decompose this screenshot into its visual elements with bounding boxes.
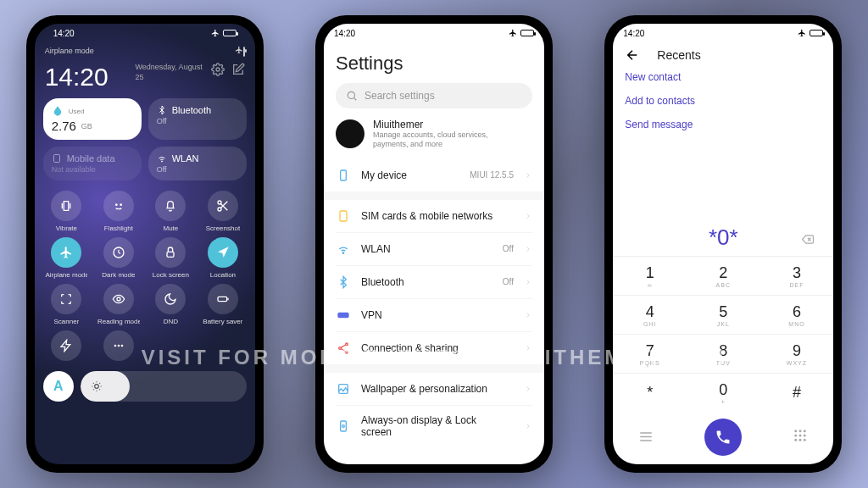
back-icon[interactable] <box>625 47 640 63</box>
mobile-data-tile[interactable]: Mobile data Not available <box>43 147 142 180</box>
bell-icon <box>155 191 186 221</box>
toggle-flash[interactable]: Flashlight <box>95 191 142 232</box>
bluetooth-tile[interactable]: Bluetooth Off <box>148 98 247 140</box>
edit-icon[interactable] <box>231 63 245 76</box>
toggle-batt[interactable]: Battery saver <box>199 284 247 325</box>
key-6[interactable]: 6MNO <box>760 295 834 334</box>
key-0[interactable]: 0+ <box>687 373 760 412</box>
key-4[interactable]: 4GHI <box>613 295 687 334</box>
toggle-nav[interactable]: Location <box>199 237 247 279</box>
key-#[interactable]: # <box>760 373 834 412</box>
key-2[interactable]: 2ABC <box>687 256 760 295</box>
divider <box>324 364 544 373</box>
account-desc: Manage accounts, cloud services, payment… <box>373 130 500 149</box>
settings-item-label: Connection & sharing <box>361 342 504 354</box>
search-input[interactable]: Search settings <box>336 83 532 108</box>
plane-icon <box>51 237 81 268</box>
toggle-label: Battery saver <box>203 318 242 325</box>
svg-point-14 <box>94 385 98 389</box>
account-row[interactable]: Miuithemer Manage accounts, cloud servic… <box>336 108 532 159</box>
moon-icon <box>155 284 186 314</box>
aod-icon <box>336 419 351 434</box>
chevron-right-icon <box>524 171 532 180</box>
settings-item-share[interactable]: Connection & sharing <box>336 331 532 364</box>
key-number: 2 <box>719 264 727 282</box>
toggle-bolt[interactable] <box>43 330 91 364</box>
vibrate-icon <box>51 191 81 221</box>
dialer-link[interactable]: Send message <box>625 119 821 130</box>
key-letters: GHI <box>643 321 656 327</box>
toggle-grid: VibrateFlashlightMuteScreenshotAirplane … <box>43 187 247 368</box>
bolt-icon <box>51 330 81 361</box>
settings-item-label: Always-on display & Lock screen <box>361 414 504 438</box>
svg-rect-8 <box>167 252 174 257</box>
toggle-clock[interactable]: Dark mode <box>95 237 142 279</box>
status-time: 14:20 <box>623 29 644 38</box>
key-number: 9 <box>793 342 801 360</box>
key-3[interactable]: 3DEF <box>760 256 834 295</box>
toggle-scissors[interactable]: Screenshot <box>199 191 247 232</box>
svg-rect-16 <box>341 170 347 180</box>
wlan-sub: Off <box>157 165 238 174</box>
dots-icon <box>103 330 134 361</box>
wall-icon <box>336 381 351 396</box>
key-number: 8 <box>719 342 727 360</box>
phone-icon <box>715 429 732 446</box>
svg-point-30 <box>799 430 802 432</box>
wlan-title: WLAN <box>172 153 199 164</box>
brightness-slider[interactable] <box>81 371 247 402</box>
toggle-moon[interactable]: DND <box>147 284 195 325</box>
phone-control-center: 14:20 Airplane mode 14:20 Wednesday, Aug… <box>26 15 264 473</box>
toggle-plane[interactable]: Airplane mode <box>43 237 91 279</box>
drop-icon <box>52 105 64 117</box>
menu-button[interactable] <box>638 428 654 446</box>
backspace-button[interactable] <box>799 225 816 251</box>
wlan-tile[interactable]: WLAN Off <box>148 147 247 180</box>
svg-point-3 <box>115 203 118 206</box>
backspace-icon <box>799 233 816 245</box>
key-8[interactable]: 8TUV <box>687 334 760 373</box>
key-7[interactable]: 7PQRS <box>613 334 687 373</box>
settings-item-vpn[interactable]: VPN <box>336 298 532 331</box>
toggle-eye[interactable]: Reading mode <box>95 284 142 325</box>
key-number: * <box>647 384 653 402</box>
chevron-right-icon <box>524 278 532 286</box>
key-1[interactable]: 1∞ <box>613 256 687 295</box>
toggle-bell[interactable]: Mute <box>147 191 195 232</box>
phone-dialer: 14:20 Recents New contactAdd to contacts… <box>604 15 842 473</box>
svg-point-21 <box>339 347 342 349</box>
key-*[interactable]: * <box>613 373 687 412</box>
key-9[interactable]: 9WXYZ <box>760 334 834 373</box>
dialer-link[interactable]: New contact <box>625 71 821 83</box>
settings-item-phone[interactable]: My deviceMIUI 12.5.5 <box>336 159 532 191</box>
chevron-right-icon <box>524 245 532 253</box>
dialer-screen: 14:20 Recents New contactAdd to contacts… <box>613 24 833 464</box>
gear-icon[interactable] <box>211 63 225 76</box>
svg-point-18 <box>342 252 343 253</box>
key-5[interactable]: 5JKL <box>687 295 760 334</box>
settings-item-bt[interactable]: BluetoothOff <box>336 265 532 298</box>
toggle-dots[interactable] <box>95 330 142 364</box>
battery-icon <box>810 30 823 36</box>
svg-rect-10 <box>218 297 227 301</box>
dialpad-button[interactable] <box>793 428 808 446</box>
settings-item-wall[interactable]: Wallpaper & personalization <box>336 373 532 405</box>
toggle-vibrate[interactable]: Vibrate <box>43 191 91 232</box>
vpn-icon <box>336 308 351 323</box>
settings-item-aod[interactable]: Always-on display & Lock screen <box>336 405 532 446</box>
key-number: 5 <box>719 303 727 321</box>
settings-item-sim[interactable]: SIM cards & mobile networks <box>336 200 532 232</box>
toggle-lock[interactable]: Lock screen <box>147 237 195 279</box>
key-letters: WXYZ <box>787 360 807 366</box>
key-number: 7 <box>646 342 654 360</box>
call-button[interactable] <box>704 419 742 456</box>
divider <box>324 191 544 200</box>
key-number: 1 <box>646 264 654 282</box>
settings-item-wifi[interactable]: WLANOff <box>336 232 532 265</box>
auto-brightness-toggle[interactable]: A <box>43 371 74 402</box>
dialer-link[interactable]: Add to contacts <box>625 95 821 107</box>
toggle-scan[interactable]: Scanner <box>43 284 91 325</box>
svg-point-4 <box>120 203 122 206</box>
data-usage-tile[interactable]: Used 2.76GB <box>43 98 142 140</box>
search-placeholder: Search settings <box>364 90 435 102</box>
